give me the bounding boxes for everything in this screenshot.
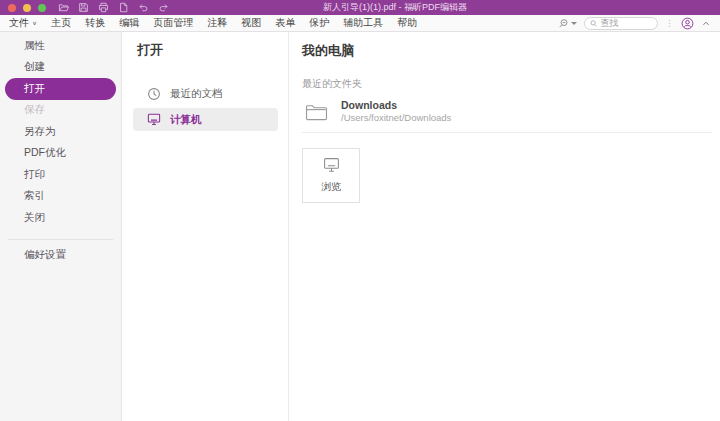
sidebar-item[interactable]: 另存为 [0,121,121,143]
my-computer-title: 我的电脑 [302,42,712,60]
menu-label: 保护 [309,16,329,30]
save-icon[interactable] [78,2,89,13]
menu-label: 文件 [9,16,29,30]
open-location-row[interactable]: 计算机 [133,108,278,131]
sidebar-list: 属性创建打开保存另存为PDF优化打印索引关闭 [0,35,121,229]
open-panel: 打开 最近的文档计算机 [122,32,289,421]
sidebar-item: 保存 [0,100,121,122]
sidebar-item-preferences[interactable]: 偏好设置 [0,244,121,266]
search-input[interactable] [600,18,652,28]
redo-icon[interactable] [158,2,169,13]
open-location-label: 计算机 [170,113,202,127]
quick-access-toolbar [58,2,169,13]
folder-path: /Users/foxitnet/Downloads [341,112,451,124]
chevron-down-icon: ∨ [32,20,37,26]
menu-label: 表单 [275,16,295,30]
folder-icon [305,102,328,121]
menu-3[interactable]: 编辑 [119,16,139,30]
minimize-button[interactable] [23,4,31,12]
new-document-icon[interactable] [118,2,129,13]
kebab-menu-icon[interactable]: ⋮ [665,19,674,28]
computer-icon [147,113,161,126]
traffic-lights [8,4,46,12]
browse-label: 浏览 [321,180,341,194]
menu-file[interactable]: 文件∨ [9,16,37,30]
open-file-icon[interactable] [58,2,69,13]
menu-4[interactable]: 页面管理 [153,16,193,30]
my-computer-panel: 我的电脑 最近的文件夹 Downloads/Users/foxitnet/Dow… [289,32,720,421]
open-locations-list: 最近的文档计算机 [122,82,288,131]
sidebar-item[interactable]: 创建 [0,57,121,79]
menu-2[interactable]: 转换 [85,16,105,30]
menu-6[interactable]: 视图 [241,16,261,30]
sidebar-item[interactable]: 索引 [0,186,121,208]
menu-label: 辅助工具 [343,16,383,30]
menu-label: 帮助 [397,16,417,30]
title-bar: 新人引导(1)(1).pdf - 福昕PDF编辑器 [0,0,720,15]
backstage-view: 属性创建打开保存另存为PDF优化打印索引关闭 偏好设置 打开 最近的文档计算机 … [0,32,720,421]
menu-label: 页面管理 [153,16,193,30]
clock-icon [147,87,161,101]
find-options-icon[interactable] [558,18,577,29]
browse-button[interactable]: 浏览 [302,148,360,203]
sidebar-divider [8,239,113,240]
menu-label: 转换 [85,16,105,30]
foxit-pdf-editor-window: 新人引导(1)(1).pdf - 福昕PDF编辑器 文件∨主页转换编辑页面管理注… [0,0,720,421]
file-menu-sidebar: 属性创建打开保存另存为PDF优化打印索引关闭 偏好设置 [0,32,122,421]
panel-divider [302,132,712,133]
sidebar-item[interactable]: 打开 [5,78,116,100]
menu-7[interactable]: 表单 [275,16,295,30]
menu-1[interactable]: 主页 [51,16,71,30]
menu-8[interactable]: 保护 [309,16,329,30]
search-icon [590,19,597,28]
menu-5[interactable]: 注释 [207,16,227,30]
menu-items: 文件∨主页转换编辑页面管理注释视图表单保护辅助工具帮助 [9,16,417,30]
recent-folder-row[interactable]: Downloads/Users/foxitnet/Downloads [302,99,712,124]
undo-icon[interactable] [138,2,149,13]
caret-down-icon [571,22,577,25]
print-icon[interactable] [98,2,109,13]
open-panel-title: 打开 [122,41,288,59]
collapse-toolbar-icon[interactable] [701,14,711,32]
recent-folders-list: Downloads/Users/foxitnet/Downloads [302,99,712,124]
menu-label: 注释 [207,16,227,30]
zoom-button[interactable] [38,4,46,12]
sidebar-item[interactable]: PDF优化 [0,143,121,165]
account-icon[interactable] [681,17,694,30]
recent-folders-label: 最近的文件夹 [302,77,712,91]
close-button[interactable] [8,4,16,12]
menu-bar: 文件∨主页转换编辑页面管理注释视图表单保护辅助工具帮助 ⋮ [0,15,720,32]
open-location-label: 最近的文档 [170,87,223,101]
computer-icon [323,157,340,173]
menu-9[interactable]: 辅助工具 [343,16,383,30]
menu-bar-right: ⋮ [558,14,711,32]
open-location-row[interactable]: 最近的文档 [133,82,278,105]
sidebar-item[interactable]: 打印 [0,164,121,186]
menu-label: 编辑 [119,16,139,30]
menu-label: 视图 [241,16,261,30]
folder-name: Downloads [341,99,451,112]
menu-10[interactable]: 帮助 [397,16,417,30]
sidebar-item[interactable]: 关闭 [0,207,121,229]
sidebar-item[interactable]: 属性 [0,35,121,57]
search-box[interactable] [584,17,658,30]
menu-label: 主页 [51,16,71,30]
